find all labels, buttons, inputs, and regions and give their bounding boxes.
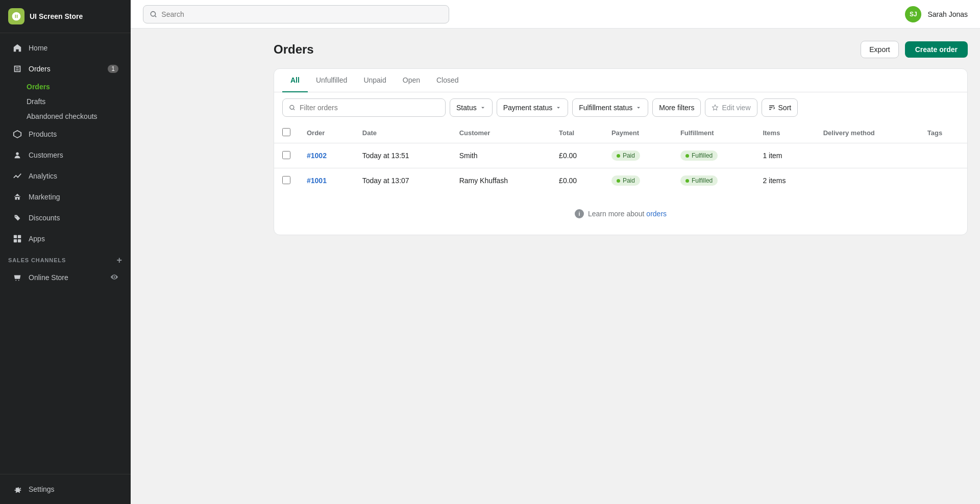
fulfillment-badge-2: Fulfilled — [680, 175, 718, 186]
sidebar-item-orders[interactable]: Orders 1 — [4, 59, 127, 79]
add-sales-channel-button[interactable]: + — [117, 256, 122, 265]
sidebar-item-marketing[interactable]: Marketing — [4, 187, 127, 207]
tab-open[interactable]: Open — [395, 69, 428, 92]
main-content: Orders Export Create order All Unfulfill… — [261, 29, 980, 504]
learn-more: i Learn more about orders — [274, 193, 967, 235]
order-fulfillment-2: Fulfilled — [672, 168, 755, 193]
star-icon — [712, 104, 719, 111]
filters-bar: Status Payment status Fulfillment status… — [274, 92, 967, 123]
tab-unfulfilled[interactable]: Unfulfilled — [308, 69, 355, 92]
online-store-icon — [12, 272, 22, 283]
sidebar-item-drafts[interactable]: Drafts — [27, 94, 127, 109]
order-link-2[interactable]: #1001 — [307, 177, 327, 185]
payment-status-filter-button[interactable]: Payment status — [497, 98, 569, 117]
row-checkbox-cell-1 — [274, 143, 299, 168]
header-actions: Export Create order — [861, 41, 968, 58]
order-tags-2 — [919, 168, 967, 193]
avatar: SJ — [905, 6, 921, 22]
svg-rect-2 — [18, 235, 21, 238]
column-order: Order — [299, 123, 354, 143]
filter-search[interactable] — [282, 98, 446, 117]
topbar-right: SJ Sarah Jonas — [905, 6, 968, 22]
online-store-label: Online Store — [29, 273, 104, 282]
home-icon — [12, 43, 22, 53]
order-fulfillment-1: Fulfilled — [672, 143, 755, 168]
sidebar-label-marketing: Marketing — [29, 193, 60, 201]
tab-closed[interactable]: Closed — [428, 69, 467, 92]
online-store-visibility-button[interactable] — [110, 273, 118, 283]
orders-badge: 1 — [108, 65, 118, 73]
settings-icon — [12, 484, 22, 494]
order-tags-1 — [919, 143, 967, 168]
apps-icon — [12, 234, 22, 244]
search-input[interactable] — [161, 10, 443, 18]
status-filter-button[interactable]: Status — [450, 98, 493, 117]
more-filters-button[interactable]: More filters — [652, 98, 701, 117]
orders-card: All Unfulfilled Unpaid Open Closed Statu… — [274, 68, 968, 235]
column-date: Date — [354, 123, 451, 143]
svg-point-0 — [16, 153, 18, 155]
discounts-icon — [12, 213, 22, 223]
sidebar-nav: Home Orders 1 Orders Drafts Abandoned ch… — [0, 33, 131, 474]
tab-unpaid[interactable]: Unpaid — [355, 69, 394, 92]
sidebar-item-online-store[interactable]: Online Store — [4, 267, 127, 288]
export-button[interactable]: Export — [861, 41, 898, 58]
sidebar-label-home: Home — [29, 44, 47, 52]
fulfillment-dot-1 — [685, 154, 689, 158]
edit-view-button[interactable]: Edit view — [705, 98, 757, 117]
learn-more-text: Learn more about orders — [588, 210, 667, 218]
marketing-icon — [12, 192, 22, 202]
row-checkbox-1[interactable] — [282, 151, 290, 159]
app-logo — [8, 8, 24, 24]
sidebar-item-home[interactable]: Home — [4, 38, 127, 58]
order-date-2: Today at 13:07 — [354, 168, 451, 193]
tab-all[interactable]: All — [282, 69, 308, 92]
svg-rect-1 — [14, 235, 17, 238]
sort-button[interactable]: Sort — [762, 98, 798, 117]
create-order-button[interactable]: Create order — [905, 41, 968, 58]
order-number-2: #1001 — [299, 168, 354, 193]
sidebar-item-abandoned-checkouts[interactable]: Abandoned checkouts — [27, 109, 127, 123]
column-fulfillment: Fulfillment — [672, 123, 755, 143]
fulfillment-status-filter-button[interactable]: Fulfillment status — [572, 98, 648, 117]
order-number-1: #1002 — [299, 143, 354, 168]
sidebar-item-products[interactable]: Products — [4, 124, 127, 144]
table-row: #1001 Today at 13:07 Ramy Khuffash £0.00… — [274, 168, 967, 193]
column-payment: Payment — [603, 123, 672, 143]
select-all-checkbox[interactable] — [282, 128, 290, 136]
learn-more-link[interactable]: orders — [646, 210, 667, 218]
sidebar-item-analytics[interactable]: Analytics — [4, 166, 127, 186]
store-name: UI Screen Store — [30, 12, 83, 20]
filter-search-input[interactable] — [300, 104, 439, 112]
filter-search-icon — [289, 104, 296, 111]
sidebar-header: UI Screen Store — [0, 0, 131, 33]
order-link-1[interactable]: #1002 — [307, 152, 327, 160]
sidebar-item-apps[interactable]: Apps — [4, 229, 127, 249]
column-customer: Customer — [451, 123, 551, 143]
select-all-header — [274, 123, 299, 143]
sidebar-label-settings: Settings — [29, 485, 55, 493]
order-delivery-2 — [815, 168, 919, 193]
order-delivery-1 — [815, 143, 919, 168]
orders-icon — [12, 64, 22, 74]
table-row: #1002 Today at 13:51 Smith £0.00 Paid — [274, 143, 967, 168]
sidebar-item-orders-sub[interactable]: Orders — [27, 80, 127, 94]
row-checkbox-2[interactable] — [282, 176, 290, 184]
svg-point-6 — [290, 105, 294, 109]
svg-point-5 — [151, 11, 155, 16]
order-items-1: 1 item — [754, 143, 815, 168]
search-box[interactable] — [143, 5, 449, 23]
sidebar-item-settings[interactable]: Settings — [4, 479, 127, 499]
orders-table: Order Date Customer Total Payment Fulfil… — [274, 123, 967, 193]
svg-rect-4 — [18, 239, 21, 242]
order-date-1: Today at 13:51 — [354, 143, 451, 168]
payment-dot-2 — [617, 179, 620, 183]
status-filter-chevron-icon — [480, 105, 486, 111]
payment-status-chevron-icon — [555, 105, 561, 111]
sidebar-label-products: Products — [29, 130, 57, 138]
payment-badge-1: Paid — [611, 150, 640, 161]
order-payment-2: Paid — [603, 168, 672, 193]
sidebar-item-discounts[interactable]: Discounts — [4, 208, 127, 228]
sidebar-item-customers[interactable]: Customers — [4, 145, 127, 165]
order-total-1: £0.00 — [551, 143, 603, 168]
